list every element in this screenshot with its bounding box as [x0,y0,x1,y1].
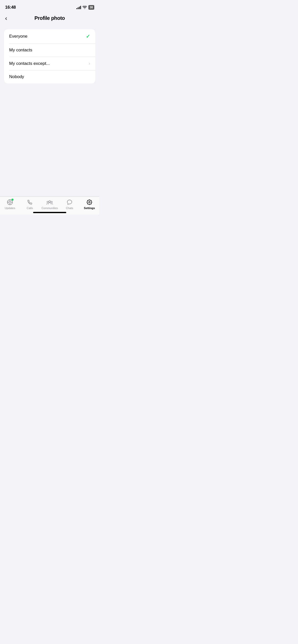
nav-header: ‹ Profile photo [0,13,99,25]
svg-point-6 [49,201,51,202]
status-time: 16:48 [5,5,16,10]
chevron-right-icon: › [89,61,90,66]
chats-icon [66,199,73,206]
svg-point-7 [47,201,48,203]
option-nobody[interactable]: Nobody [4,70,95,83]
wifi-icon [83,6,87,9]
updates-dot [11,199,13,201]
status-bar: 16:48 38 [0,0,99,13]
option-my-contacts-except[interactable]: My contacts except... › [4,57,95,70]
tab-chats-label: Chats [66,207,73,210]
battery-level: 38 [90,6,93,9]
tab-communities-label: Communities [42,207,58,210]
calls-icon [26,199,33,206]
option-my-contacts-label: My contacts [9,48,32,53]
option-everyone[interactable]: Everyone ✓ [4,29,95,43]
tab-updates-label: Updates [5,207,15,210]
tab-updates[interactable]: Updates [0,199,20,210]
settings-icon [86,199,93,206]
tab-settings-label: Settings [84,207,95,210]
tab-calls[interactable]: Calls [20,199,40,210]
home-indicator [33,212,66,213]
option-everyone-label: Everyone [9,34,28,39]
svg-point-1 [9,201,11,203]
svg-point-9 [89,201,90,203]
communities-icon [46,199,53,206]
svg-point-10 [87,200,92,204]
status-icons: 38 [76,5,94,10]
tab-calls-label: Calls [27,207,33,210]
battery-icon: 38 [88,5,94,10]
tab-items: Updates Calls C [0,199,99,210]
tab-settings[interactable]: Settings [79,199,99,210]
checkmark-icon: ✓ [86,33,90,39]
page-title: Profile photo [34,15,65,21]
svg-point-8 [51,201,52,203]
signal-bars-icon [76,6,81,9]
option-my-contacts-except-label: My contacts except... [9,61,50,66]
tab-communities[interactable]: Communities [40,199,60,210]
option-my-contacts[interactable]: My contacts [4,43,95,57]
updates-icon [6,199,13,206]
options-list: Everyone ✓ My contacts My contacts excep… [4,29,95,83]
tab-chats[interactable]: Chats [60,199,79,210]
back-button[interactable]: ‹ [5,15,7,21]
option-nobody-label: Nobody [9,74,24,79]
